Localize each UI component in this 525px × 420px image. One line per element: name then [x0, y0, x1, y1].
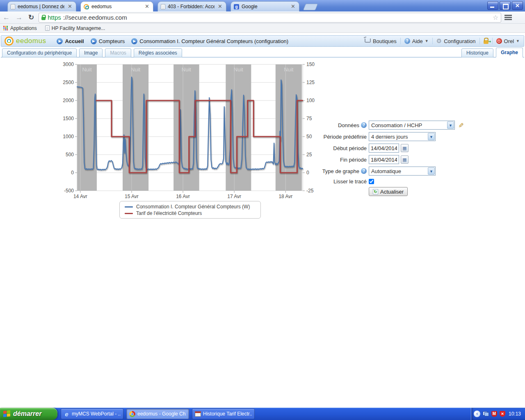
- type-graphe-select[interactable]: Automatique ▼: [369, 167, 436, 176]
- refresh-icon: ↻: [373, 189, 378, 194]
- red-line-swatch: [125, 213, 133, 214]
- fin-label: Fin période: [320, 157, 367, 163]
- svg-text:125: 125: [306, 80, 315, 85]
- form-row-donnees: Données ? Consomation / HCHP ▼ ✎: [320, 121, 472, 130]
- actualiser-button[interactable]: ↻ Actualiser: [369, 187, 408, 196]
- bookmark-star-icon[interactable]: ☆: [493, 14, 498, 21]
- tab-configuration-peripherique[interactable]: Configuration du périphérique: [2, 48, 77, 57]
- svg-text:17 Avr: 17 Avr: [227, 194, 241, 199]
- breadcrumb-compteurs[interactable]: ▶ Compteurs: [91, 38, 125, 44]
- browser-tab-4[interactable]: g Google ✕: [231, 1, 299, 11]
- restore-button[interactable]: [500, 1, 511, 10]
- close-button[interactable]: [512, 1, 523, 10]
- tab-historique[interactable]: Historique: [461, 48, 493, 57]
- form-row-periode: Période prédéfinie 4 derniers jours ▼: [320, 132, 472, 141]
- forward-icon[interactable]: →: [13, 14, 25, 22]
- tab-close-icon[interactable]: ✕: [290, 4, 296, 9]
- tray-collapse-icon[interactable]: ‹: [474, 411, 480, 417]
- svg-text:150: 150: [306, 62, 315, 67]
- tab-graphe[interactable]: Graphe: [496, 48, 523, 57]
- edit-pencil-icon[interactable]: ✎: [457, 122, 465, 128]
- tab-close-icon[interactable]: ✕: [144, 4, 150, 9]
- svg-text:75: 75: [306, 116, 312, 121]
- eedomus-logo-icon[interactable]: [5, 37, 14, 46]
- tab-macros: Macros: [105, 48, 131, 57]
- browser-tab-3[interactable]: 403 - Forbidden: Access is d ✕: [158, 1, 226, 11]
- legend-item-consommation[interactable]: Consommation I. Compteur Général Compteu…: [125, 203, 256, 210]
- aide-menu-item[interactable]: ? Aide ▼: [404, 38, 429, 44]
- lisser-checkbox[interactable]: [369, 179, 374, 184]
- donnees-select[interactable]: Consomation / HCHP ▼: [369, 121, 455, 130]
- url-scheme: https: [48, 14, 61, 21]
- periode-select[interactable]: 4 derniers jours ▼: [369, 132, 436, 141]
- mcafee-icon[interactable]: M: [491, 411, 497, 417]
- bookmark-item[interactable]: HP Facility Manageme...: [45, 25, 105, 31]
- debut-date-input[interactable]: [369, 144, 399, 153]
- divider: [492, 38, 493, 44]
- divider: [432, 38, 433, 44]
- configuration-menu-item[interactable]: ⚙ Configuration: [436, 38, 476, 44]
- blue-line-swatch: [125, 206, 133, 208]
- chevron-down-icon[interactable]: ▼: [447, 121, 454, 129]
- chevron-down-icon[interactable]: ▼: [428, 133, 435, 140]
- security-alert-icon[interactable]: ✕: [500, 411, 505, 417]
- task-mymcs[interactable]: e myMCS WebPortal - ...: [61, 409, 123, 419]
- page-icon: [11, 4, 15, 9]
- chevron-down-icon: ▼: [516, 39, 520, 43]
- chevron-down-icon[interactable]: ▼: [428, 167, 435, 175]
- fin-date-input[interactable]: [369, 155, 399, 164]
- breadcrumb: ▶ Accueil ▶ Compteurs ▶ Consommation I. …: [57, 38, 288, 44]
- back-icon[interactable]: ←: [0, 14, 13, 22]
- apps-shortcut[interactable]: Applications: [3, 25, 37, 31]
- minimize-button[interactable]: [487, 1, 498, 10]
- browser-tab-1[interactable]: eedomus | Donnez de l'intelli ✕: [7, 1, 76, 11]
- screen: eedomus | Donnez de l'intelli ✕ eedomus …: [0, 0, 525, 420]
- address-bar[interactable]: https ://secure.eedomus.com ☆: [39, 13, 501, 23]
- tab-close-icon[interactable]: ✕: [67, 4, 73, 9]
- calendar-icon[interactable]: ▦: [401, 155, 409, 164]
- boutiques-menu-item[interactable]: Boutiques: [365, 38, 397, 44]
- chevron-down-icon: ▼: [425, 39, 429, 43]
- window-controls: [487, 1, 523, 10]
- tab-close-icon[interactable]: ✕: [217, 4, 223, 9]
- start-button[interactable]: démarrer: [0, 408, 57, 420]
- svg-text:100: 100: [306, 98, 315, 103]
- new-tab-button[interactable]: [303, 4, 318, 10]
- tab-image[interactable]: Image: [79, 48, 103, 57]
- browser-tab-strip: eedomus | Donnez de l'intelli ✕ eedomus …: [7, 1, 317, 11]
- calendar-icon[interactable]: ▦: [401, 144, 409, 152]
- breadcrumb-accueil[interactable]: ▶ Accueil: [57, 38, 84, 44]
- lock-icon[interactable]: [484, 40, 488, 44]
- arrow-circle-icon: ▶: [91, 38, 97, 44]
- consumption-chart: NuitNuitNuitNuitNuit14 Avr15 Avr16 Avr17…: [57, 59, 320, 203]
- task-eedomus-chrome[interactable]: eedomus - Google Ch...: [126, 409, 189, 419]
- task-historique-tarif[interactable]: Historique Tarif Electr...: [192, 409, 255, 419]
- clock: 10:13: [509, 411, 521, 417]
- legend-item-tarif[interactable]: Tarif de l'électricité Compteurs: [125, 210, 256, 217]
- page-content: eedomus ▶ Accueil ▶ Compteurs ▶ Consomma…: [0, 33, 525, 408]
- network-icon[interactable]: [483, 411, 489, 416]
- google-favicon: g: [234, 4, 239, 9]
- tab-regles-associees[interactable]: Règles associées: [134, 48, 182, 57]
- help-icon[interactable]: ?: [361, 168, 367, 174]
- user-menu-item[interactable]: Orel ▼: [496, 38, 520, 44]
- svg-text:Nuit: Nuit: [82, 66, 92, 73]
- help-icon[interactable]: ?: [361, 122, 367, 128]
- lisser-label: Lisser le tracé: [320, 178, 367, 185]
- reload-icon[interactable]: ↻: [25, 13, 37, 22]
- chrome-icon: [129, 411, 135, 417]
- type-label: Type de graphe ?: [320, 168, 367, 174]
- power-icon: [496, 38, 502, 44]
- chrome-menu-icon[interactable]: [504, 15, 512, 20]
- form-row-fin: Fin période ▦: [320, 155, 472, 164]
- svg-text:1000: 1000: [63, 134, 74, 139]
- svg-text:25: 25: [306, 152, 312, 158]
- arrow-circle-icon: ▶: [57, 38, 63, 44]
- help-icon: ?: [404, 38, 410, 44]
- eedomus-logo-text[interactable]: eedomus: [16, 37, 46, 45]
- divider: [400, 38, 401, 44]
- breadcrumb-device[interactable]: ▶ Consommation I. Compteur Général Compt…: [131, 38, 288, 44]
- window-titlebar: eedomus | Donnez de l'intelli ✕ eedomus …: [0, 0, 525, 11]
- arrow-circle-icon: ▶: [131, 38, 137, 44]
- browser-tab-2-active[interactable]: eedomus ✕: [80, 1, 153, 11]
